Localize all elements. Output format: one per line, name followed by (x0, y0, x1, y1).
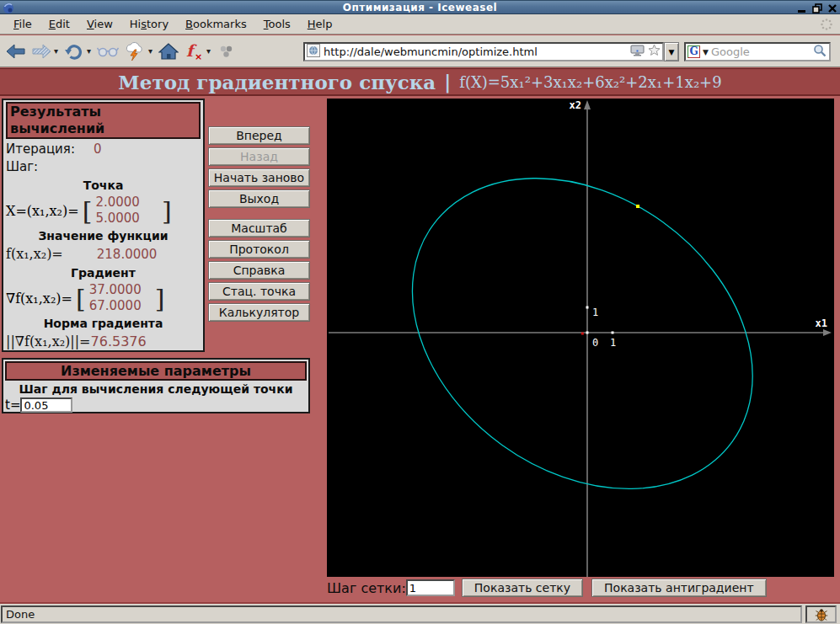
bug-icon (814, 608, 829, 621)
point-header: Точка (6, 176, 201, 195)
navigation-toolbar: ▾ ▾ ▾ f× ▾ (0, 35, 840, 67)
step-label: Шаг: (6, 158, 38, 176)
menu-history[interactable]: History (121, 15, 177, 34)
function-value: 218.0000 (97, 246, 158, 264)
flashblock-icon[interactable]: f× (181, 39, 206, 64)
back-forward-dropdown-icon[interactable]: ▾ (54, 46, 62, 56)
calculator-button[interactable]: Калькулятор (208, 303, 310, 322)
show-antigradient-button[interactable]: Показать антиградиент (591, 579, 767, 597)
back-button[interactable] (3, 39, 29, 64)
stationary-point-button[interactable]: Стац. точка (208, 282, 310, 301)
gradient-values: 37.0000 67.0000 (89, 282, 142, 314)
menu-bar: File Edit View History Bookmarks Tools H… (0, 14, 840, 35)
url-bar[interactable] (303, 42, 664, 61)
protocol-button[interactable]: Протокол (208, 240, 310, 259)
point-label: X=(x₁,x₂)= (6, 203, 79, 219)
objective-function: f(X)=5x₁²+3x₁x₂+6x₂²+2x₁+1x₂+9 (459, 73, 721, 91)
extension-dots-icon[interactable] (214, 39, 238, 64)
t-label: t= (5, 397, 20, 413)
page-favicon-icon (307, 44, 320, 61)
results-title: Результаты вычислений (6, 102, 201, 139)
svg-text:1: 1 (592, 307, 598, 318)
page-content: Результаты вычислений Итерация:0 Шаг: То… (0, 96, 840, 602)
menu-edit[interactable]: Edit (40, 15, 78, 34)
menu-view[interactable]: View (78, 15, 121, 34)
titlebar: Оптимизация - Iceweasel (0, 0, 840, 14)
grid-step-label: Шаг сетки: (327, 580, 406, 596)
browser-window: Оптимизация - Iceweasel File Edit View H… (0, 0, 840, 624)
glasses-icon[interactable] (94, 39, 121, 64)
bookmark-star-icon[interactable] (648, 44, 661, 60)
search-engine-icon[interactable]: G (688, 45, 700, 58)
iteration-label: Итерация: (6, 141, 75, 158)
results-panel: Результаты вычислений Итерация:0 Шаг: То… (2, 99, 205, 352)
exit-button[interactable]: Выход (208, 189, 310, 208)
svg-text:×: × (195, 51, 202, 61)
parameters-title: Изменяемые параметры (5, 361, 307, 381)
flashblock-dropdown-icon[interactable]: ▾ (206, 46, 214, 56)
plot-controls: Шаг сетки: Показать сетку Показать антиг… (327, 578, 775, 598)
iteration-value: 0 (94, 141, 102, 158)
reload-dropdown-icon[interactable]: ▾ (87, 46, 94, 56)
status-addon-box[interactable] (805, 605, 837, 623)
search-engine-dropdown-icon[interactable]: ▼ (700, 48, 711, 56)
step-param-label: Шаг для вычисления следующей точки (5, 381, 307, 397)
svg-text:x2: x2 (570, 99, 581, 111)
gradient-header: Градиент (6, 264, 201, 282)
svg-text:0: 0 (592, 337, 598, 349)
search-magnifier-icon[interactable] (813, 44, 827, 61)
page-header: Метод градиентного спуска | f(X)=5x₁²+3x… (0, 68, 840, 96)
point-values: 2.0000 5.0000 (95, 195, 140, 227)
minimize-button[interactable] (795, 2, 809, 14)
menu-file[interactable]: File (5, 15, 40, 34)
status-text-field: Done (1, 605, 802, 623)
menu-tools[interactable]: Tools (255, 15, 299, 34)
forward-step-button[interactable]: Вперед (208, 126, 310, 145)
forward-button[interactable] (29, 39, 54, 64)
search-bar[interactable]: G ▼ (684, 42, 831, 61)
close-icon[interactable] (826, 2, 839, 14)
svg-text:1: 1 (610, 337, 616, 349)
plot-canvas: x2x1011 (327, 99, 834, 577)
back-step-button[interactable]: Назад (208, 147, 310, 166)
reload-button[interactable] (62, 39, 87, 64)
url-input[interactable] (324, 45, 629, 58)
control-buttons: Вперед Назад Начать заново Выход Масштаб… (208, 126, 310, 324)
show-grid-button[interactable]: Показать сетку (462, 579, 583, 597)
weather-dropdown-icon[interactable]: ▾ (148, 46, 156, 56)
status-text: Done (6, 608, 35, 621)
weather-cloud-icon[interactable] (121, 39, 148, 64)
url-history-dropdown[interactable]: ▼ (664, 42, 679, 61)
menu-help[interactable]: Help (299, 15, 341, 34)
search-input[interactable] (711, 45, 811, 58)
function-value-header: Значение функции (6, 227, 201, 245)
gradient-label: ∇f(x₁,x₂)= (6, 291, 72, 307)
norm-header: Норма градиента (6, 314, 201, 333)
menu-bookmarks[interactable]: Bookmarks (177, 15, 255, 34)
t-input[interactable] (20, 397, 72, 413)
scale-button[interactable]: Масштаб (208, 219, 310, 237)
svg-text:x1: x1 (816, 317, 827, 329)
grid-step-input[interactable] (406, 579, 455, 596)
throbber-icon (820, 18, 833, 35)
page-title: Метод градиентного спуска (118, 71, 436, 93)
status-bar: Done (0, 602, 840, 624)
plot-area: x2x1011 (327, 99, 834, 577)
window-title: Оптимизация - Iceweasel (0, 2, 840, 13)
restore-button[interactable] (811, 2, 824, 14)
parameters-panel: Изменяемые параметры Шаг для вычисления … (2, 358, 310, 413)
restart-button[interactable]: Начать заново (208, 168, 310, 187)
home-button[interactable] (156, 39, 181, 64)
function-label: f(x₁,x₂)= (6, 245, 63, 263)
header-separator: | (444, 71, 451, 93)
network-site-icon[interactable] (630, 44, 645, 60)
norm-label: ||∇f(x₁,x₂)||= (6, 333, 91, 350)
help-button[interactable]: Справка (208, 261, 310, 280)
norm-value: 76.5376 (91, 333, 147, 350)
